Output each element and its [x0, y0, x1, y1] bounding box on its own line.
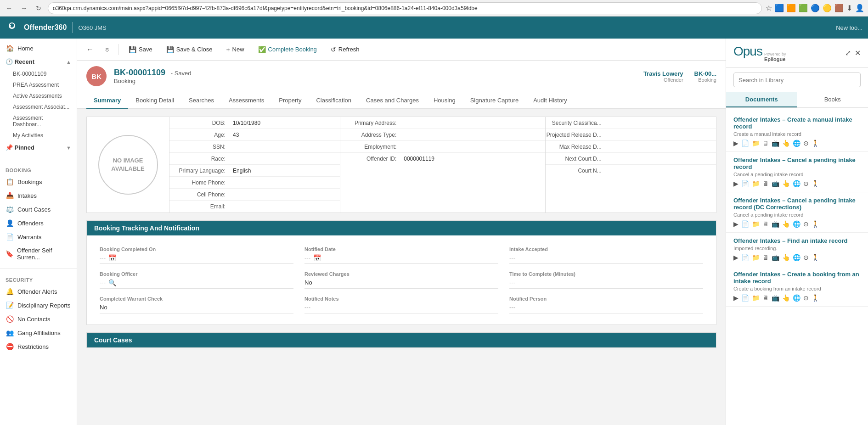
- opus-r4-monitor-icon[interactable]: 🖥: [762, 294, 769, 302]
- browser-download-icon[interactable]: ⬇: [846, 4, 852, 12]
- opus-result-1[interactable]: Offender Intakes – Cancel a pending inta…: [726, 152, 868, 192]
- sidebar-item-intakes[interactable]: 📥 Intakes: [0, 189, 77, 202]
- sidebar-item-offender-alerts[interactable]: 🔔 Offender Alerts: [0, 285, 77, 298]
- sidebar-item-home[interactable]: 🏠 Home: [0, 41, 77, 55]
- opus-r1-screen-icon[interactable]: 📺: [772, 180, 779, 187]
- browser-forward-btn[interactable]: →: [18, 3, 29, 14]
- browser-back-btn[interactable]: ←: [4, 3, 15, 14]
- opus-r0-doc-icon[interactable]: 📄: [741, 140, 749, 147]
- sidebar-sub-assessment-dash[interactable]: Assessment Dashboar...: [0, 112, 77, 130]
- opus-r1-file-icon[interactable]: 📁: [752, 180, 760, 187]
- opus-r0-file-icon[interactable]: 📁: [752, 140, 760, 147]
- sidebar-sub-bk00001109[interactable]: BK-00001109: [0, 68, 77, 79]
- opus-r1-person-icon[interactable]: 🚶: [812, 180, 819, 187]
- complete-booking-button[interactable]: ✅ Complete Booking: [252, 43, 323, 56]
- reviewed-charges-value[interactable]: No: [304, 279, 498, 289]
- opus-r2-monitor-icon[interactable]: 🖥: [762, 220, 769, 228]
- opus-r4-globe-icon[interactable]: 🌐: [793, 294, 800, 302]
- opus-r3-globe-icon[interactable]: 🌐: [793, 254, 800, 261]
- opus-r2-globe-icon[interactable]: 🌐: [793, 220, 800, 228]
- sidebar-item-no-contacts[interactable]: 🚫 No Contacts: [0, 312, 77, 326]
- opus-r1-doc-icon[interactable]: 📄: [741, 180, 749, 187]
- opus-r2-play-icon[interactable]: ▶: [733, 220, 738, 228]
- opus-r3-screen-icon[interactable]: 📺: [772, 254, 779, 261]
- sidebar-item-gang-affiliations[interactable]: 👥 Gang Affiliations: [0, 326, 77, 340]
- tab-summary[interactable]: Summary: [86, 92, 128, 109]
- opus-r0-circle-icon[interactable]: ⊙: [803, 140, 809, 147]
- opus-r2-person-icon[interactable]: 🚶: [812, 220, 819, 228]
- sidebar-item-offender-self-surrender[interactable]: 🔖 Offender Self Surren...: [0, 244, 77, 264]
- opus-r3-monitor-icon[interactable]: 🖥: [762, 254, 769, 261]
- opus-r0-monitor-icon[interactable]: 🖥: [762, 140, 769, 147]
- tab-audit-history[interactable]: Audit History: [526, 92, 575, 109]
- sidebar-pinned-header[interactable]: 📌 Pinned ▼: [0, 141, 77, 154]
- opus-close-btn[interactable]: ✕: [855, 49, 861, 57]
- opus-r1-play-icon[interactable]: ▶: [733, 180, 738, 187]
- new-button[interactable]: + New: [220, 43, 250, 56]
- opus-tab-documents[interactable]: Documents: [726, 92, 797, 107]
- completed-warrant-check-value[interactable]: No: [100, 303, 293, 313]
- opus-r3-person-icon[interactable]: 🚶: [812, 254, 819, 261]
- browser-star-icon[interactable]: ☆: [766, 4, 772, 12]
- sidebar-item-disciplinary-reports[interactable]: 📝 Disciplinary Reports: [0, 298, 77, 312]
- opus-r3-doc-icon[interactable]: 📄: [741, 254, 749, 261]
- sidebar-item-restrictions[interactable]: ⛔ Restrictions: [0, 340, 77, 353]
- opus-r0-person-icon[interactable]: 🚶: [812, 140, 819, 147]
- opus-tab-books[interactable]: Books: [797, 92, 868, 107]
- refresh-button[interactable]: ↺ Refresh: [325, 43, 366, 56]
- opus-r1-monitor-icon[interactable]: 🖥: [762, 180, 769, 187]
- opus-r1-circle-icon[interactable]: ⊙: [803, 180, 809, 187]
- opus-r0-play-icon[interactable]: ▶: [733, 140, 738, 147]
- opus-r2-file-icon[interactable]: 📁: [752, 220, 760, 228]
- tab-assessments[interactable]: Assessments: [221, 92, 271, 109]
- sidebar-item-warrants[interactable]: 📄 Warrants: [0, 230, 77, 244]
- calendar-icon-1[interactable]: 📅: [108, 254, 116, 262]
- opus-r3-play-icon[interactable]: ▶: [733, 254, 738, 261]
- sidebar-sub-active-assessments[interactable]: Active Assessments: [0, 90, 77, 101]
- opus-r4-circle-icon[interactable]: ⊙: [803, 294, 809, 302]
- opus-r4-hand-icon[interactable]: 👆: [782, 294, 790, 302]
- browser-profile-icon[interactable]: 👤: [855, 4, 864, 12]
- opus-r4-person-icon[interactable]: 🚶: [812, 294, 819, 302]
- opus-r4-doc-icon[interactable]: 📄: [741, 294, 749, 302]
- opus-r0-hand-icon[interactable]: 👆: [782, 140, 790, 147]
- tab-housing[interactable]: Housing: [426, 92, 463, 109]
- search-icon[interactable]: 🔍: [108, 279, 116, 286]
- calendar-icon-2[interactable]: 📅: [313, 254, 321, 262]
- opus-result-0[interactable]: Offender Intakes – Create a manual intak…: [726, 112, 868, 152]
- save-close-button[interactable]: 💾 Save & Close: [160, 43, 219, 56]
- opus-r2-circle-icon[interactable]: ⊙: [803, 220, 809, 228]
- tab-property[interactable]: Property: [271, 92, 309, 109]
- sidebar-item-offenders[interactable]: 👤 Offenders: [0, 216, 77, 230]
- opus-expand-btn[interactable]: ⤢: [845, 49, 851, 57]
- opus-r3-hand-icon[interactable]: 👆: [782, 254, 790, 261]
- opus-result-3[interactable]: Offender Intakes – Find an intake record…: [726, 233, 868, 266]
- sidebar-recent-header[interactable]: 🕐 Recent ▲: [0, 55, 77, 68]
- opus-r4-screen-icon[interactable]: 📺: [772, 294, 779, 302]
- opus-r2-hand-icon[interactable]: 👆: [782, 220, 790, 228]
- sidebar-item-court-cases[interactable]: ⚖️ Court Cases: [0, 202, 77, 216]
- opus-r2-doc-icon[interactable]: 📄: [741, 220, 749, 228]
- sidebar-sub-prea[interactable]: PREA Assessment: [0, 79, 77, 90]
- opus-search-input[interactable]: [733, 73, 861, 87]
- tab-cases-charges[interactable]: Cases and Charges: [359, 92, 426, 109]
- sidebar-sub-assessment-assoc[interactable]: Assessment Associat...: [0, 101, 77, 112]
- opus-result-4[interactable]: Offender Intakes – Create a booking from…: [726, 266, 868, 307]
- tab-booking-detail[interactable]: Booking Detail: [128, 92, 181, 109]
- tab-classification[interactable]: Classification: [309, 92, 359, 109]
- tab-searches[interactable]: Searches: [181, 92, 221, 109]
- browser-reload-btn[interactable]: ↻: [33, 3, 44, 14]
- tab-signature-capture[interactable]: Signature Capture: [463, 92, 526, 109]
- save-button[interactable]: 💾 Save: [123, 43, 158, 56]
- opus-r3-file-icon[interactable]: 📁: [752, 254, 760, 261]
- opus-r0-globe-icon[interactable]: 🌐: [793, 140, 800, 147]
- opus-r1-globe-icon[interactable]: 🌐: [793, 180, 800, 187]
- share-button[interactable]: ⎏: [99, 43, 115, 56]
- opus-r3-circle-icon[interactable]: ⊙: [803, 254, 809, 261]
- opus-result-2[interactable]: Offender Intakes – Cancel a pending inta…: [726, 192, 868, 233]
- opus-r1-hand-icon[interactable]: 👆: [782, 180, 790, 187]
- sidebar-item-bookings[interactable]: 📋 Bookings: [0, 175, 77, 189]
- opus-r4-file-icon[interactable]: 📁: [752, 294, 760, 302]
- sidebar-sub-my-activities[interactable]: My Activities: [0, 130, 77, 141]
- back-button[interactable]: ←: [83, 43, 97, 56]
